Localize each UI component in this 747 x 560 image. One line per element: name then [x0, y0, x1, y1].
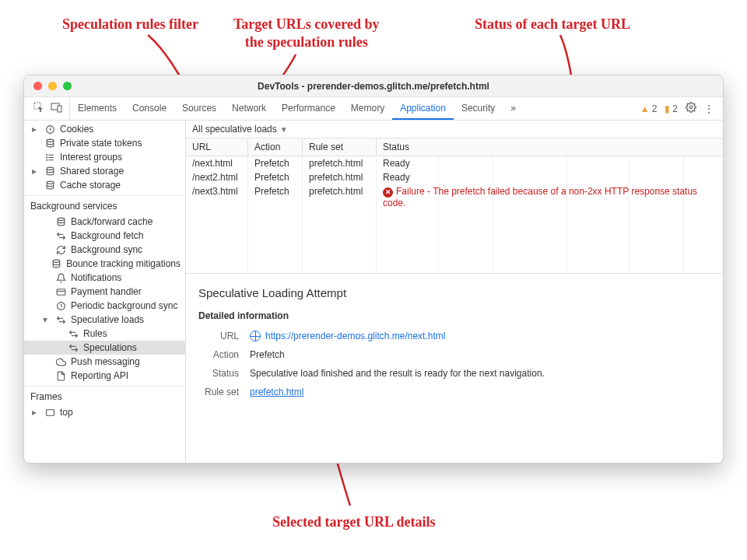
- sidebar-item-background-fetch[interactable]: Background fetch: [24, 229, 185, 243]
- detail-url-value[interactable]: https://prerender-demos.glitch.me/next.h…: [250, 331, 710, 341]
- tab-memory[interactable]: Memory: [343, 97, 392, 120]
- detail-status-value: Speculative load finished and the result…: [250, 368, 710, 379]
- tab-sources[interactable]: Sources: [174, 97, 224, 120]
- table-cell: /next.html: [186, 156, 248, 170]
- status-cell: Ready: [377, 156, 723, 170]
- globe-icon: [250, 331, 261, 341]
- sidebar-item-shared-storage[interactable]: ▸Shared storage: [24, 164, 185, 178]
- sidebar-item-label: Back/forward cache: [71, 216, 153, 227]
- detail-title: Speculative Loading Attempt: [198, 286, 710, 299]
- sidebar-item-rules[interactable]: Rules: [24, 327, 185, 341]
- arrows-icon: [68, 329, 79, 339]
- sidebar-item-top[interactable]: ▸top: [24, 405, 185, 419]
- clock-icon: [44, 124, 55, 135]
- sidebar-item-background-sync[interactable]: Background sync: [24, 243, 185, 257]
- sidebar-item-label: Shared storage: [60, 166, 124, 177]
- sidebar-item-label: Background fetch: [71, 230, 143, 241]
- sidebar-heading-frames: Frames: [24, 386, 185, 405]
- tab-console[interactable]: Console: [124, 97, 174, 120]
- sidebar-item-reporting-api[interactable]: Reporting API: [24, 369, 185, 383]
- sidebar-item-back-forward-cache[interactable]: Back/forward cache: [24, 215, 185, 229]
- detail-ruleset-value[interactable]: prefetch.html: [250, 387, 710, 397]
- tab-security[interactable]: Security: [454, 97, 503, 120]
- sidebar-item-label: Interest groups: [60, 152, 122, 163]
- main-panel: All speculative loads ▼ URLActionRule se…: [186, 121, 723, 463]
- svg-point-13: [47, 181, 54, 184]
- tab-elements[interactable]: Elements: [70, 97, 124, 120]
- sidebar-item-speculations[interactable]: Speculations: [24, 341, 185, 355]
- sidebar-item-cookies[interactable]: ▸Cookies: [24, 122, 185, 136]
- sidebar-item-bounce-tracking-mitigations[interactable]: Bounce tracking mitigations: [24, 257, 185, 271]
- sidebar-item-private-state-tokens[interactable]: Private state tokens: [24, 136, 185, 150]
- svg-point-9: [46, 154, 47, 155]
- sidebar: ▸CookiesPrivate state tokensInterest gro…: [24, 121, 186, 463]
- table-row[interactable]: /next.htmlPrefetchprefetch.htmlReady: [186, 156, 723, 170]
- col-status[interactable]: Status: [377, 138, 723, 156]
- inspect-tools: [27, 97, 70, 120]
- db-icon: [44, 180, 55, 191]
- inspect-icon[interactable]: [33, 102, 44, 115]
- sidebar-item-label: Rules: [83, 328, 107, 339]
- sync-icon: [55, 245, 66, 255]
- sidebar-item-label: Periodic background sync: [71, 300, 177, 311]
- sidebar-item-speculative-loads[interactable]: ▾Speculative loads: [24, 313, 185, 327]
- titlebar: DevTools - prerender-demos.glitch.me/pre…: [24, 75, 723, 97]
- detail-panel: Speculative Loading Attempt Detailed inf…: [186, 274, 723, 415]
- sidebar-item-label: Cache storage: [60, 180, 121, 191]
- sidebar-item-label: Reporting API: [71, 370, 128, 381]
- settings-icon[interactable]: [686, 102, 696, 115]
- svg-rect-19: [46, 409, 54, 415]
- filter-dropdown[interactable]: All speculative loads ▼: [186, 121, 723, 138]
- db-icon: [55, 217, 66, 227]
- svg-point-5: [47, 139, 54, 142]
- device-icon[interactable]: [51, 102, 63, 115]
- sidebar-item-periodic-background-sync[interactable]: Periodic background sync: [24, 299, 185, 313]
- svg-point-14: [58, 218, 65, 220]
- annotation-status: Status of each target URL: [475, 16, 630, 33]
- col-rule-set[interactable]: Rule set: [303, 138, 377, 156]
- annotation-filter: Speculation rules filter: [62, 16, 198, 33]
- table-cell: Prefetch: [248, 184, 303, 210]
- svg-rect-16: [57, 289, 65, 295]
- sidebar-item-notifications[interactable]: Notifications: [24, 271, 185, 285]
- more-icon[interactable]: ⋮: [704, 103, 714, 114]
- table-cell: /next2.html: [186, 170, 248, 184]
- col-url[interactable]: URL: [186, 138, 248, 156]
- table-cell: Prefetch: [248, 156, 303, 170]
- detail-action-value: Prefetch: [250, 349, 710, 360]
- warnings-badge[interactable]: ▲ 2: [640, 103, 658, 114]
- svg-rect-2: [58, 106, 61, 112]
- tabs-more[interactable]: »: [503, 97, 524, 120]
- detail-ruleset-label: Rule set: [198, 387, 239, 397]
- status-cell: ✕Failure - The prefetch failed because o…: [377, 184, 723, 210]
- cloud-icon: [55, 357, 66, 367]
- db-icon: [51, 259, 61, 269]
- sidebar-item-label: top: [60, 407, 73, 418]
- tab-performance[interactable]: Performance: [274, 97, 343, 120]
- sidebar-item-payment-handler[interactable]: Payment handler: [24, 285, 185, 299]
- sidebar-heading-background: Background services: [24, 195, 185, 215]
- frame-icon: [44, 408, 55, 418]
- detail-ruleset-link: prefetch.html: [250, 387, 303, 397]
- arrows-icon: [68, 343, 79, 353]
- chevron-right-icon: ▸: [32, 124, 40, 135]
- chevron-right-icon: ▸: [32, 166, 40, 177]
- sidebar-item-cache-storage[interactable]: Cache storage: [24, 178, 185, 192]
- messages-count: 2: [672, 103, 678, 114]
- card-icon: [55, 287, 66, 297]
- sidebar-item-push-messaging[interactable]: Push messaging: [24, 355, 185, 369]
- chevron-down-icon: ▼: [280, 125, 288, 134]
- detail-status-label: Status: [198, 368, 239, 379]
- messages-badge[interactable]: ▮ 2: [665, 103, 678, 114]
- tab-application[interactable]: Application: [392, 97, 454, 120]
- window-title: DevTools - prerender-demos.glitch.me/pre…: [24, 81, 723, 92]
- table-cell: prefetch.html: [303, 184, 377, 210]
- col-action[interactable]: Action: [248, 138, 303, 156]
- table-row[interactable]: /next3.htmlPrefetchprefetch.html✕Failure…: [186, 184, 723, 210]
- clock-icon: [55, 301, 66, 311]
- tab-network[interactable]: Network: [224, 97, 274, 120]
- table-cell: prefetch.html: [303, 170, 377, 184]
- table-row[interactable]: /next2.htmlPrefetchprefetch.htmlReady: [186, 170, 723, 184]
- bell-icon: [55, 273, 66, 283]
- sidebar-item-interest-groups[interactable]: Interest groups: [24, 150, 185, 164]
